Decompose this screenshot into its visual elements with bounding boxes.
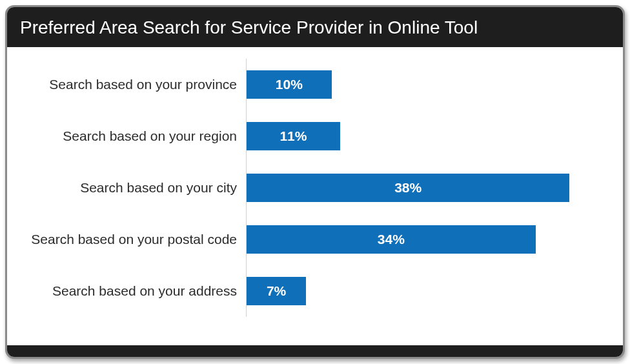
bar-value-label: 11% <box>279 128 307 144</box>
bar-row: Search based on your address 7% <box>20 265 604 317</box>
category-label: Search based on your region <box>20 128 246 144</box>
bar-row: Search based on your region 11% <box>20 110 604 162</box>
bar-value-label: 38% <box>394 180 422 196</box>
bar: 38% <box>247 174 569 202</box>
axis-area: 10% <box>246 59 604 110</box>
bar: 7% <box>247 277 306 305</box>
axis-area: 34% <box>246 214 604 265</box>
bar-row: Search based on your postal code 34% <box>20 214 604 265</box>
bar-value-label: 7% <box>267 283 286 299</box>
footer-strip <box>7 345 623 357</box>
axis-area: 7% <box>246 265 604 317</box>
category-label: Search based on your postal code <box>20 232 246 247</box>
bar-row: Search based on your city 38% <box>20 162 604 214</box>
bar: 11% <box>247 122 340 150</box>
category-label: Search based on your city <box>20 180 246 196</box>
axis-area: 38% <box>246 162 604 214</box>
bar: 34% <box>247 225 536 254</box>
chart-title: Preferred Area Search for Service Provid… <box>7 7 623 47</box>
category-label: Search based on your address <box>20 283 246 299</box>
bar-value-label: 10% <box>276 77 303 92</box>
bar-value-label: 34% <box>378 232 405 247</box>
bar-row: Search based on your province 10% <box>20 59 604 110</box>
chart-plot-area: Search based on your province 10% Search… <box>7 47 623 345</box>
bar: 10% <box>247 70 332 99</box>
axis-area: 11% <box>246 110 604 162</box>
chart-card: Preferred Area Search for Service Provid… <box>5 5 625 359</box>
category-label: Search based on your province <box>20 77 246 92</box>
